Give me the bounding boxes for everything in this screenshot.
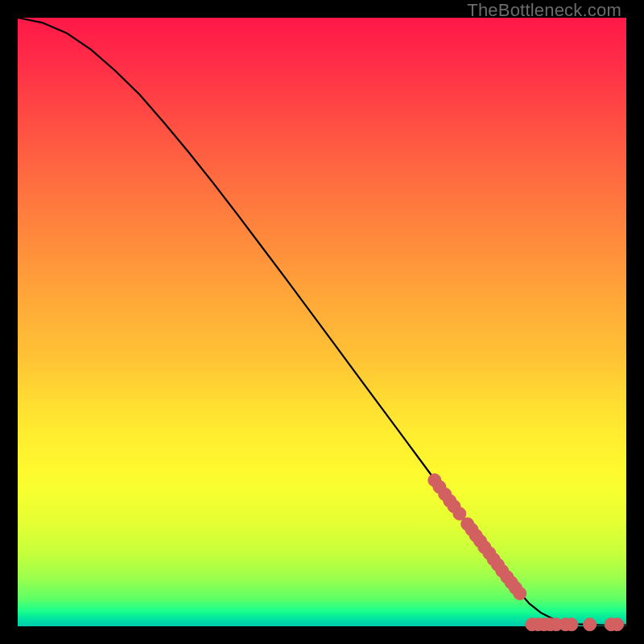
data-point (611, 618, 624, 631)
data-point-group (428, 474, 624, 631)
chart-frame: TheBottleneck.com (0, 0, 644, 644)
chart-overlay (18, 18, 626, 626)
data-point (584, 618, 597, 631)
bottleneck-curve (18, 18, 626, 625)
data-point (565, 618, 578, 631)
data-point (514, 587, 526, 600)
